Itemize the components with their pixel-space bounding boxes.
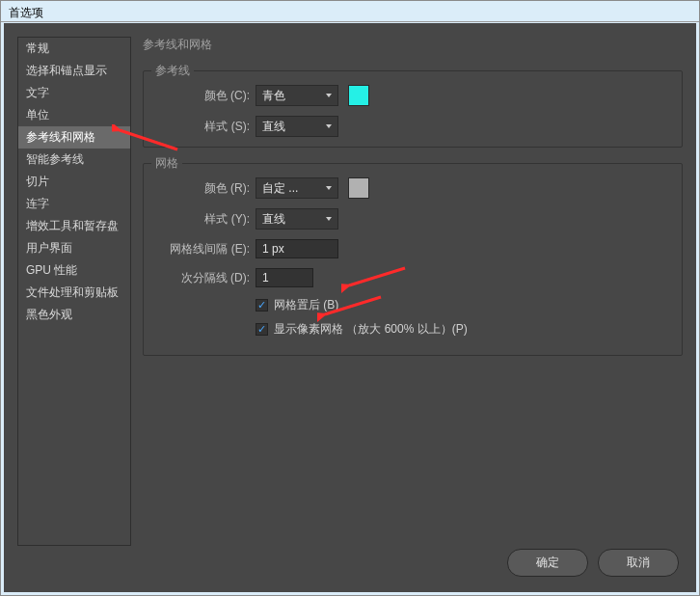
grid-color-value: 自定 ... xyxy=(262,180,298,197)
panel-title: 参考线和网格 xyxy=(143,37,683,53)
sidebar-item-type[interactable]: 文字 xyxy=(18,82,130,104)
sidebar-item-hyphenation[interactable]: 连字 xyxy=(18,193,130,215)
sidebar-item-general[interactable]: 常规 xyxy=(18,38,130,60)
guides-color-label: 颜色 (C): xyxy=(153,88,250,104)
grid-spacing-label: 网格线间隔 (E): xyxy=(153,241,250,257)
grid-subdiv-row: 次分隔线 (D): xyxy=(153,268,672,287)
guides-style-dropdown[interactable]: 直线 xyxy=(256,116,338,137)
sidebar-item-selection[interactable]: 选择和锚点显示 xyxy=(18,60,130,82)
grid-behind-row: 网格置后 (B) xyxy=(256,297,672,313)
guides-style-value: 直线 xyxy=(262,119,285,135)
grid-color-row: 颜色 (R): 自定 ... xyxy=(153,177,672,199)
sidebar-item-black[interactable]: 黑色外观 xyxy=(18,304,130,326)
grid-spacing-row: 网格线间隔 (E): xyxy=(153,239,672,258)
content-area: 常规 选择和锚点显示 文字 单位 参考线和网格 智能参考线 切片 连字 增效工具… xyxy=(4,23,696,592)
grid-style-value: 直线 xyxy=(262,211,285,228)
pixel-grid-label: 显示像素网格 （放大 600% 以上）(P) xyxy=(274,321,468,338)
sidebar-item-ui[interactable]: 用户界面 xyxy=(18,237,130,259)
sidebar-item-slices[interactable]: 切片 xyxy=(18,171,130,193)
guides-color-swatch[interactable] xyxy=(348,85,369,106)
guides-color-dropdown[interactable]: 青色 xyxy=(256,85,338,106)
grid-subdiv-label: 次分隔线 (D): xyxy=(153,270,250,286)
grid-style-dropdown[interactable]: 直线 xyxy=(256,208,338,230)
cancel-button[interactable]: 取消 xyxy=(598,549,679,577)
chevron-down-icon xyxy=(326,124,332,128)
chevron-down-icon xyxy=(326,94,332,97)
grid-style-row: 样式 (Y): 直线 xyxy=(153,208,672,230)
sidebar-item-units[interactable]: 单位 xyxy=(18,104,130,126)
sidebar-item-filehandling[interactable]: 文件处理和剪贴板 xyxy=(18,282,130,304)
guides-fieldset: 参考线 颜色 (C): 青色 样式 (S): 直线 xyxy=(143,70,683,148)
window-titlebar: 首选项 xyxy=(1,1,699,22)
grid-color-label: 颜色 (R): xyxy=(153,180,250,197)
pixel-grid-checkbox[interactable] xyxy=(256,323,268,336)
grid-color-swatch[interactable] xyxy=(348,177,369,199)
window-title: 首选项 xyxy=(9,6,43,19)
guides-legend: 参考线 xyxy=(151,63,194,79)
guides-color-value: 青色 xyxy=(262,88,285,104)
grid-subdiv-input[interactable] xyxy=(256,268,313,287)
grid-color-dropdown[interactable]: 自定 ... xyxy=(256,177,338,199)
chevron-down-icon xyxy=(326,186,332,190)
category-sidebar: 常规 选择和锚点显示 文字 单位 参考线和网格 智能参考线 切片 连字 增效工具… xyxy=(17,37,131,546)
sidebar-item-smart-guides[interactable]: 智能参考线 xyxy=(18,149,130,171)
grid-legend: 网格 xyxy=(151,155,182,172)
grid-behind-label: 网格置后 (B) xyxy=(274,297,338,313)
sidebar-item-plugins[interactable]: 增效工具和暂存盘 xyxy=(18,215,130,237)
preferences-window: 首选项 常规 选择和锚点显示 文字 单位 参考线和网格 智能参考线 切片 连字 … xyxy=(0,0,700,596)
guides-color-row: 颜色 (C): 青色 xyxy=(153,85,672,106)
grid-behind-checkbox[interactable] xyxy=(256,299,268,312)
guides-style-label: 样式 (S): xyxy=(153,119,250,135)
grid-fieldset: 网格 颜色 (R): 自定 ... 样式 (Y): 直线 xyxy=(143,163,683,356)
dialog-buttons: 确定 取消 xyxy=(507,549,679,577)
sidebar-item-guides-grid[interactable]: 参考线和网格 xyxy=(18,126,130,149)
grid-spacing-input[interactable] xyxy=(256,239,338,258)
ok-button[interactable]: 确定 xyxy=(507,549,588,577)
sidebar-item-gpu[interactable]: GPU 性能 xyxy=(18,259,130,282)
grid-style-label: 样式 (Y): xyxy=(153,211,250,228)
guides-style-row: 样式 (S): 直线 xyxy=(153,116,672,137)
chevron-down-icon xyxy=(326,217,332,221)
pixel-grid-row: 显示像素网格 （放大 600% 以上）(P) xyxy=(256,321,672,338)
main-panel: 参考线和网格 参考线 颜色 (C): 青色 样式 (S): 直线 xyxy=(143,37,683,579)
